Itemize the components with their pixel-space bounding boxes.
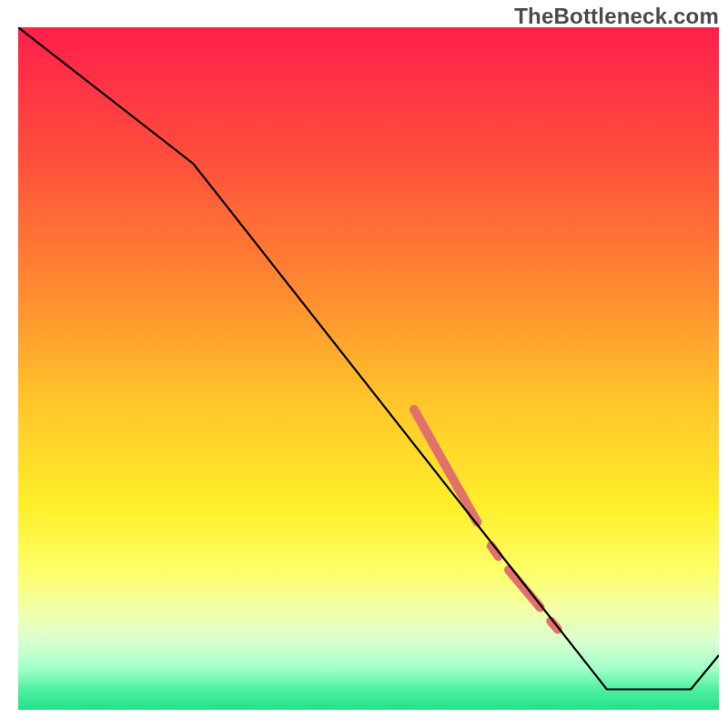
chart-svg <box>0 0 728 728</box>
chart-container: { "watermark": "TheBottleneck.com", "cha… <box>0 0 728 728</box>
watermark-text: TheBottleneck.com <box>514 4 719 29</box>
gradient-background <box>18 27 719 710</box>
